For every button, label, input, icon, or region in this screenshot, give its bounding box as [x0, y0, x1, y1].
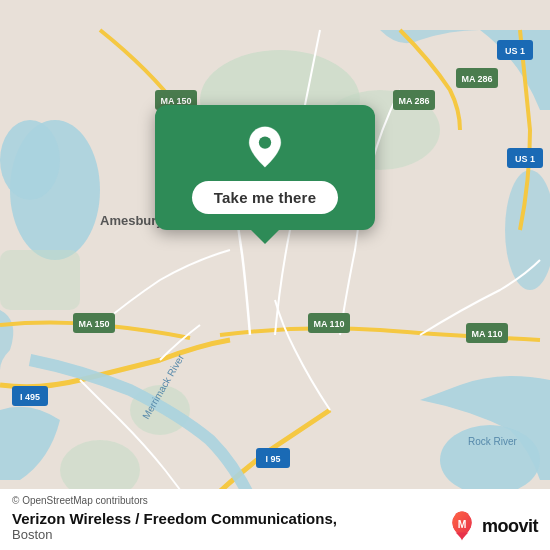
svg-point-35: [259, 136, 271, 148]
map-container: US 1 MA 150 MA 286 MA 286 US 1 MA 150 MA…: [0, 0, 550, 550]
location-name: Verizon Wireless / Freedom Communication…: [12, 510, 337, 527]
svg-text:I 495: I 495: [20, 392, 40, 402]
moovit-logo: M moovit: [446, 510, 538, 542]
moovit-text: moovit: [482, 516, 538, 537]
location-info: Verizon Wireless / Freedom Communication…: [12, 510, 337, 542]
svg-text:MA 110: MA 110: [313, 319, 344, 329]
svg-text:US 1: US 1: [505, 46, 525, 56]
svg-text:MA 286: MA 286: [398, 96, 429, 106]
svg-point-2: [0, 120, 60, 200]
location-pin-icon: [243, 125, 287, 169]
svg-text:I 95: I 95: [265, 454, 280, 464]
svg-text:US 1: US 1: [515, 154, 535, 164]
svg-text:Rock River: Rock River: [468, 436, 518, 447]
bottom-bar: © OpenStreetMap contributors Verizon Wir…: [0, 489, 550, 550]
svg-text:MA 286: MA 286: [461, 74, 492, 84]
moovit-icon: M: [446, 510, 478, 542]
popup-card: Take me there: [155, 105, 375, 230]
svg-text:M: M: [458, 519, 467, 530]
svg-text:MA 110: MA 110: [471, 329, 502, 339]
location-city: Boston: [12, 527, 337, 542]
take-me-there-button[interactable]: Take me there: [192, 181, 338, 214]
svg-rect-9: [0, 250, 80, 310]
svg-text:MA 150: MA 150: [78, 319, 109, 329]
map-background: US 1 MA 150 MA 286 MA 286 US 1 MA 150 MA…: [0, 0, 550, 550]
osm-attribution: © OpenStreetMap contributors: [12, 495, 538, 506]
